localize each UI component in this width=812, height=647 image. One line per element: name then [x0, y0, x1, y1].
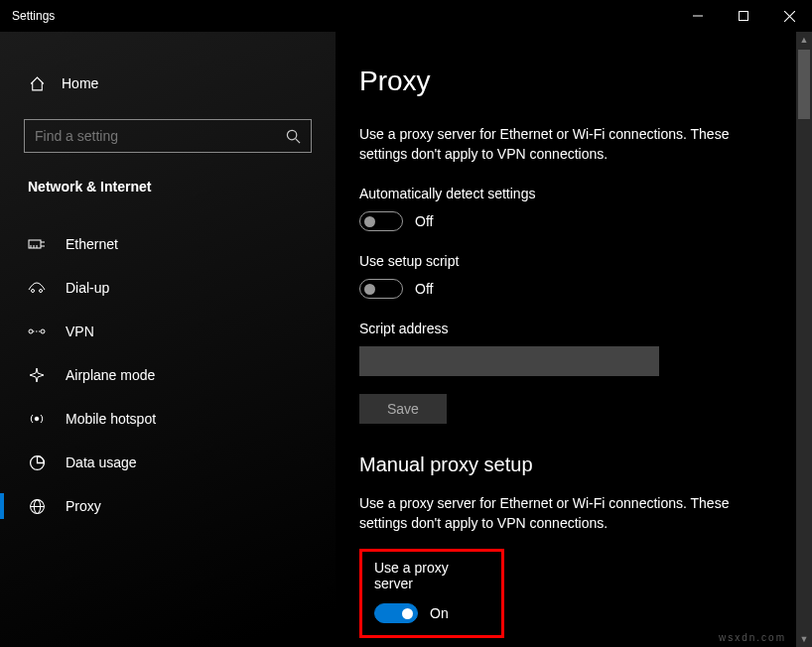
auto-detect-label: Automatically detect settings	[359, 186, 788, 201]
svg-point-14	[29, 329, 33, 333]
svg-rect-1	[740, 12, 748, 21]
svg-point-12	[32, 290, 35, 293]
sidebar-item-label: Ethernet	[66, 236, 118, 252]
search-icon	[286, 129, 301, 144]
sidebar-item-label: Mobile hotspot	[66, 411, 156, 427]
script-address-input[interactable]	[359, 346, 659, 376]
setup-script-state: Off	[415, 281, 433, 297]
sidebar-item-datausage[interactable]: Data usage	[0, 441, 336, 484]
svg-line-5	[296, 138, 300, 142]
main-panel: Proxy Use a proxy server for Ethernet or…	[336, 32, 812, 647]
vpn-icon	[28, 324, 46, 338]
datausage-icon	[28, 454, 46, 471]
titlebar: Settings	[0, 0, 812, 32]
settings-window: Settings Home	[0, 0, 812, 647]
use-proxy-toggle[interactable]	[374, 603, 418, 623]
close-button[interactable]	[766, 0, 812, 32]
manual-heading: Manual proxy setup	[359, 453, 788, 476]
sidebar-item-vpn[interactable]: VPN	[0, 310, 336, 353]
auto-description: Use a proxy server for Ethernet or Wi-Fi…	[359, 125, 776, 164]
svg-point-4	[287, 130, 296, 139]
use-proxy-state: On	[430, 605, 449, 621]
auto-detect-toggle[interactable]	[359, 211, 403, 231]
sidebar-item-label: Proxy	[66, 498, 101, 514]
sidebar-item-ethernet[interactable]: Ethernet	[0, 222, 336, 266]
svg-point-13	[40, 290, 43, 293]
highlight-box: Use a proxy server On	[359, 549, 504, 638]
sidebar-item-proxy[interactable]: Proxy	[0, 484, 336, 528]
sidebar-item-label: VPN	[66, 324, 94, 339]
scroll-thumb[interactable]	[798, 50, 810, 119]
home-label: Home	[62, 75, 98, 91]
dialup-icon	[28, 281, 46, 295]
home-icon	[28, 75, 46, 92]
setup-script-label: Use setup script	[359, 253, 788, 269]
home-link[interactable]: Home	[0, 65, 336, 101]
watermark: wsxdn.com	[719, 632, 786, 643]
minimize-button[interactable]	[675, 0, 721, 32]
save-button[interactable]: Save	[359, 394, 447, 424]
sidebar-item-dialup[interactable]: Dial-up	[0, 266, 336, 310]
page-title: Proxy	[359, 65, 788, 97]
maximize-button[interactable]	[721, 0, 766, 32]
scrollbar[interactable]: ▲ ▼	[796, 32, 812, 647]
hotspot-icon	[28, 411, 46, 427]
window-controls	[675, 0, 812, 32]
search-input[interactable]	[35, 128, 286, 144]
airplane-icon	[28, 367, 46, 383]
svg-point-17	[35, 417, 39, 421]
proxy-icon	[28, 498, 46, 515]
setup-script-toggle[interactable]	[359, 279, 403, 299]
category-label: Network & Internet	[0, 179, 336, 194]
auto-detect-state: Off	[415, 213, 433, 229]
svg-point-15	[41, 329, 45, 333]
manual-description: Use a proxy server for Ethernet or Wi-Fi…	[359, 494, 776, 533]
nav: Ethernet Dial-up VPN	[0, 222, 336, 528]
script-address-label: Script address	[359, 321, 788, 336]
sidebar-item-label: Data usage	[66, 454, 137, 470]
use-proxy-label: Use a proxy server	[374, 560, 489, 591]
sidebar: Home Network & Internet Ethernet	[0, 32, 336, 647]
ethernet-icon	[28, 237, 46, 251]
sidebar-item-airplane[interactable]: Airplane mode	[0, 353, 336, 397]
scroll-down-icon[interactable]: ▼	[796, 631, 812, 647]
window-title: Settings	[12, 9, 55, 23]
sidebar-item-label: Dial-up	[66, 280, 109, 296]
sidebar-item-hotspot[interactable]: Mobile hotspot	[0, 397, 336, 441]
search-box[interactable]	[24, 119, 312, 153]
scroll-up-icon[interactable]: ▲	[796, 32, 812, 48]
sidebar-item-label: Airplane mode	[66, 367, 155, 383]
